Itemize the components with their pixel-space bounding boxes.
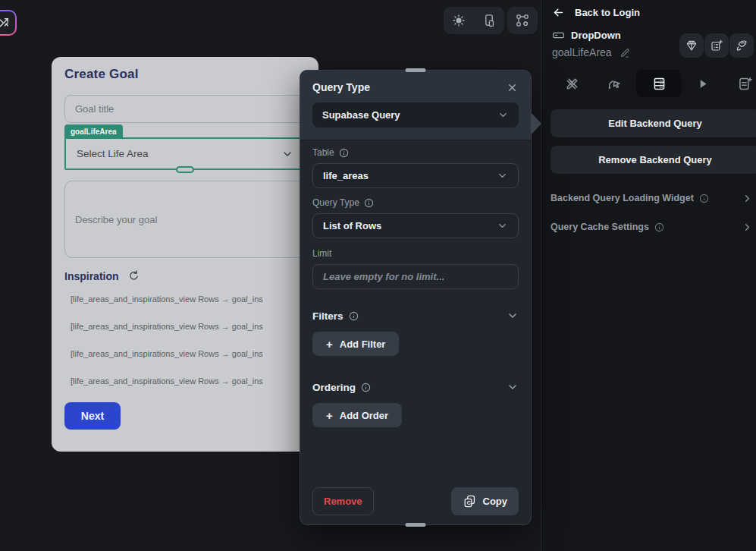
widget-name: goalLifeArea: [552, 46, 612, 58]
document-add-icon: [737, 76, 753, 92]
query-type-select-value: Supabase Query: [322, 109, 400, 121]
list-item: [life_areas_and_inspirations_view Rows →…: [71, 322, 318, 331]
chevron-right-icon: [742, 193, 753, 204]
table-select-value: life_areas: [323, 170, 369, 181]
tab-design-tools[interactable]: [551, 70, 593, 97]
add-filter-button[interactable]: + Add Filter: [312, 332, 399, 356]
component-add-icon: [710, 39, 723, 52]
loading-widget-label: Backend Query Loading Widget: [551, 193, 694, 203]
device-preview-icon[interactable]: [482, 13, 497, 28]
info-icon: [699, 194, 709, 203]
row-type-field-label: Query Type: [312, 197, 519, 208]
describe-goal-textarea[interactable]: Describe your goal: [64, 181, 306, 258]
chevron-down-icon[interactable]: [507, 310, 519, 322]
add-filter-label: Add Filter: [340, 338, 386, 350]
design-tools-icon: [564, 76, 580, 92]
pointer-node-icon: [606, 76, 622, 92]
remove-backend-query-button[interactable]: Remove Backend Query: [551, 146, 756, 174]
filters-section-header[interactable]: Filters: [312, 310, 519, 322]
describe-goal-placeholder: Describe your goal: [75, 214, 157, 225]
tab-add-document[interactable]: [723, 70, 756, 97]
filters-label: Filters: [312, 310, 343, 322]
chevron-down-icon: [497, 109, 509, 121]
tab-preview[interactable]: [681, 70, 723, 97]
goal-title-input[interactable]: [64, 95, 306, 123]
table-field-label: Table: [312, 147, 519, 158]
magic-tools-button[interactable]: [0, 10, 17, 36]
crossed-arrows-icon: [0, 16, 11, 30]
copy-label: Copy: [483, 496, 508, 507]
database-server-icon: [651, 76, 667, 92]
ordering-section-header[interactable]: Ordering: [312, 381, 519, 393]
plus-icon: +: [326, 410, 333, 421]
life-area-dropdown-value: Select Life Area: [77, 148, 149, 159]
canvas-settings-button[interactable]: [507, 7, 538, 34]
inspiration-label: Inspiration: [64, 270, 119, 282]
panel-title: Query Type: [312, 81, 370, 93]
widget-type-label: DropDown: [571, 30, 621, 41]
info-icon: [339, 148, 349, 158]
copy-button[interactable]: C Copy: [451, 487, 519, 515]
life-area-dropdown[interactable]: Select Life Area: [64, 137, 306, 170]
loading-widget-row[interactable]: Backend Query Loading Widget: [551, 191, 753, 205]
info-icon: [364, 198, 374, 208]
inspiration-header: Inspiration: [64, 269, 140, 282]
chevron-down-icon: [497, 170, 508, 181]
cache-settings-label: Query Cache Settings: [551, 222, 649, 232]
gem-icon: [685, 39, 698, 52]
theme-brightness-icon[interactable]: [451, 13, 466, 28]
back-label: Back to Login: [575, 7, 640, 18]
widget-name-row: goalLifeArea: [552, 46, 631, 58]
query-type-panel: Query Type Supabase Query Table life_are…: [300, 70, 532, 525]
list-item: [life_areas_and_inspirations_view Rows →…: [71, 376, 318, 386]
info-icon: [349, 311, 359, 321]
brush-icon: [735, 39, 748, 52]
ordering-label: Ordering: [312, 382, 356, 393]
add-order-label: Add Order: [340, 410, 388, 421]
edit-backend-query-button[interactable]: Edit Backend Query: [551, 109, 756, 137]
list-item: [life_areas_and_inspirations_view Rows →…: [71, 349, 318, 358]
chevron-down-icon[interactable]: [507, 381, 519, 393]
chevron-down-icon: [281, 148, 293, 160]
svg-text:C: C: [466, 500, 470, 506]
limit-input[interactable]: [312, 264, 519, 289]
edit-pencil-icon[interactable]: [620, 47, 631, 58]
widget-drag-handle[interactable]: [176, 166, 194, 173]
play-icon: [695, 77, 710, 91]
info-icon: [361, 383, 371, 392]
back-to-login[interactable]: Back to Login: [552, 6, 640, 19]
list-item: [life_areas_and_inspirations_view Rows →…: [71, 294, 318, 304]
inspector-tabbar: [541, 70, 756, 97]
row-type-select-value: List of Rows: [323, 220, 381, 231]
next-button[interactable]: Next: [64, 402, 121, 430]
chevron-down-icon: [497, 220, 508, 231]
cache-settings-row[interactable]: Query Cache Settings: [551, 220, 753, 234]
plus-icon: +: [326, 338, 333, 350]
add-component-button[interactable]: [704, 33, 729, 58]
panel-header: Query Type Supabase Query: [300, 71, 531, 140]
page-title: Create Goal: [64, 67, 139, 82]
panel-drag-handle-top[interactable]: [406, 68, 426, 72]
add-order-button[interactable]: + Add Order: [312, 403, 402, 427]
copy-icon: C: [463, 494, 477, 508]
tab-interactions[interactable]: [592, 70, 635, 97]
canvas-toolbar-group: [444, 7, 504, 34]
tab-backend-query[interactable]: [636, 70, 682, 97]
close-icon[interactable]: [505, 80, 519, 94]
panel-drag-handle-bottom[interactable]: [406, 523, 426, 527]
query-type-select[interactable]: Supabase Query: [312, 102, 519, 128]
theme-gem-button[interactable]: [679, 33, 704, 58]
table-select[interactable]: life_areas: [312, 163, 519, 188]
limit-field-label: Limit: [312, 248, 519, 259]
properties-sidebar: Back to Login DropDown goalLifeArea: [541, 0, 756, 551]
row-type-select[interactable]: List of Rows: [312, 213, 519, 238]
back-arrow-icon: [552, 6, 565, 19]
popover-arrow: [531, 112, 541, 135]
remove-button[interactable]: Remove: [312, 487, 374, 515]
style-brush-button[interactable]: [729, 33, 754, 58]
widget-type-row: DropDown: [552, 29, 621, 42]
node-graph-gear-icon: [515, 13, 530, 28]
chevron-right-icon: [742, 222, 753, 233]
refresh-icon[interactable]: [127, 269, 140, 282]
dropdown-field-icon: [552, 29, 565, 42]
